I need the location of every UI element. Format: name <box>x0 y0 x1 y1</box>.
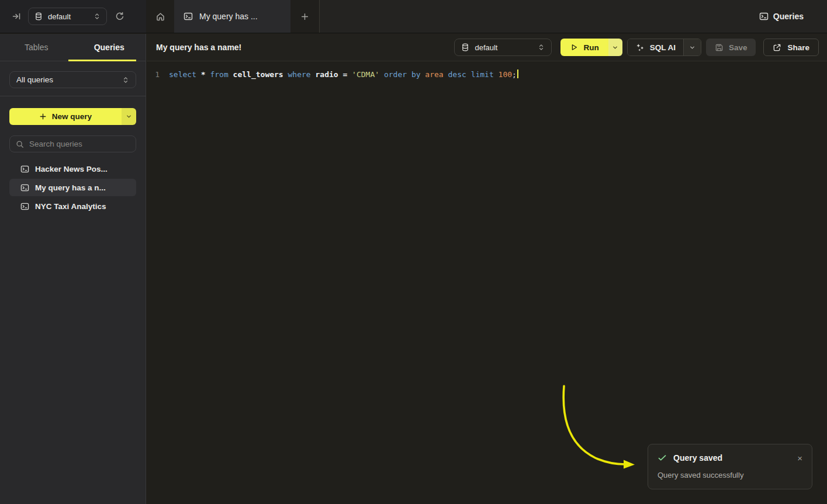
code-token: cell_towers <box>233 70 288 79</box>
sql-ai-dropdown[interactable] <box>683 39 701 55</box>
query-list-item[interactable]: Hacker News Pos... <box>9 160 136 178</box>
save-icon <box>715 43 724 52</box>
chevron-down-icon <box>689 44 695 51</box>
code-token: area <box>425 70 448 79</box>
database-icon <box>34 12 43 20</box>
new-query-dropdown[interactable] <box>122 108 136 125</box>
save-button-label: Save <box>729 43 748 52</box>
terminal-icon <box>20 183 29 192</box>
share-button[interactable]: Share <box>763 39 819 56</box>
database-selector[interactable]: default <box>454 39 552 56</box>
query-filter-value: All queries <box>16 75 53 84</box>
run-button-label: Run <box>583 43 598 52</box>
updown-icon <box>538 44 545 51</box>
terminal-icon <box>759 12 769 21</box>
chevron-down-icon <box>612 44 618 51</box>
query-toolbar: default Run <box>454 39 819 56</box>
code-token: desc <box>448 70 471 79</box>
query-item-label: Hacker News Pos... <box>35 165 108 173</box>
terminal-icon <box>184 12 193 21</box>
query-filter-select[interactable]: All queries <box>9 71 136 88</box>
service-selector[interactable]: default <box>28 8 107 25</box>
new-query-label: New query <box>52 112 92 121</box>
code-token: 100 <box>499 70 512 79</box>
terminal-icon <box>20 202 29 211</box>
updown-icon <box>122 77 129 84</box>
query-list-item[interactable]: My query has a n... <box>9 179 136 196</box>
query-tab-label: My query has ... <box>199 12 258 21</box>
query-tab[interactable]: My query has ... <box>174 0 290 33</box>
sidebar-collapse-button[interactable] <box>12 12 21 21</box>
code-token: ; <box>512 70 517 79</box>
new-tab-button[interactable] <box>290 0 320 33</box>
home-button[interactable] <box>146 0 174 33</box>
query-list: Hacker News Pos...My query has a n...NYC… <box>9 160 136 215</box>
new-query-button[interactable]: New query <box>9 108 136 125</box>
code-token: select <box>169 70 201 79</box>
share-button-label: Share <box>787 43 809 52</box>
search-icon <box>16 140 24 148</box>
toast-close-button[interactable]: × <box>797 454 802 463</box>
tab-queries[interactable]: Queries <box>73 34 146 61</box>
code-content: select * from cell_towers where radio = … <box>169 69 518 81</box>
line-number: 1 <box>147 69 160 81</box>
sparkles-icon <box>635 43 645 52</box>
terminal-icon <box>20 165 29 173</box>
code-token: radio <box>315 70 342 79</box>
code-token: 'CDMA' <box>352 70 384 79</box>
search-queries-input[interactable] <box>29 140 130 148</box>
code-token: where <box>288 70 316 79</box>
home-icon <box>155 12 165 22</box>
plus-icon <box>39 113 47 120</box>
query-list-item[interactable]: NYC Taxi Analytics <box>9 197 136 215</box>
top-bar: default My query has ... <box>0 0 827 33</box>
chevron-down-icon <box>126 113 132 120</box>
database-selector-value: default <box>475 43 497 52</box>
code-line: 1 select * from cell_towers where radio … <box>147 69 827 81</box>
queries-indicator-label: Queries <box>773 12 804 21</box>
sidebar: Tables Queries All queries New query <box>0 34 146 504</box>
sql-ai-button[interactable]: SQL AI <box>628 39 683 55</box>
sidebar-tabs: Tables Queries <box>0 34 146 61</box>
plus-icon <box>300 12 309 21</box>
tab-tables[interactable]: Tables <box>0 34 73 61</box>
toast-title: Query saved <box>673 453 722 463</box>
code-token: order <box>384 70 411 79</box>
refresh-button[interactable] <box>115 12 124 21</box>
page-title: My query has a name! <box>156 43 241 52</box>
sidebar-expand-icon <box>12 12 21 21</box>
query-item-label: My query has a n... <box>35 183 106 192</box>
toast-message: Query saved successfully <box>658 471 802 479</box>
queries-indicator[interactable]: Queries <box>759 12 804 21</box>
play-icon <box>570 43 578 51</box>
toast-header: Query saved × <box>658 453 802 463</box>
code-token: = <box>342 70 352 79</box>
service-selector-value: default <box>48 12 71 21</box>
run-button[interactable]: Run <box>560 39 608 56</box>
topbar-sidebar-section: default <box>0 0 146 33</box>
sql-ai-label: SQL AI <box>650 43 676 52</box>
code-token: from <box>210 70 233 79</box>
database-icon <box>461 43 469 51</box>
new-query-main[interactable]: New query <box>9 108 122 125</box>
main-header: My query has a name! default Run <box>147 34 827 61</box>
share-icon <box>773 43 781 52</box>
topbar-right-section: Queries <box>320 0 827 33</box>
sql-ai-button-group: SQL AI <box>627 39 701 56</box>
active-tab-underline <box>68 60 136 61</box>
editor-cursor <box>517 69 518 78</box>
code-token: by <box>411 70 425 79</box>
sidebar-divider <box>0 96 146 96</box>
toast-query-saved: Query saved × Query saved successfully <box>648 444 812 489</box>
updown-icon <box>94 13 101 20</box>
code-token: * <box>201 70 210 79</box>
sidebar-body: All queries New query <box>0 61 146 215</box>
sql-editor[interactable]: 1 select * from cell_towers where radio … <box>147 69 827 81</box>
check-icon <box>658 453 667 463</box>
code-token: limit <box>471 70 499 79</box>
search-queries-box <box>9 135 136 152</box>
query-item-label: NYC Taxi Analytics <box>35 202 106 211</box>
run-button-group: Run <box>560 39 622 56</box>
save-button[interactable]: Save <box>706 39 756 56</box>
run-options-dropdown[interactable] <box>608 39 622 56</box>
